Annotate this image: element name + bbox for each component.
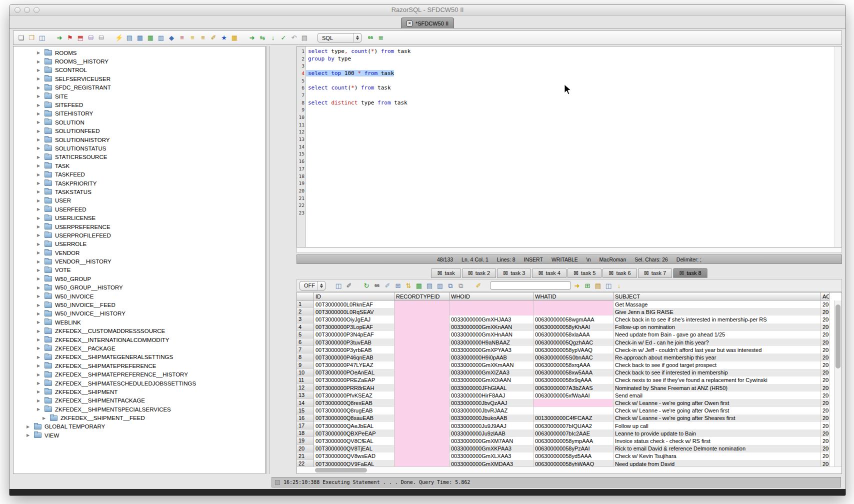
refresh-table-icon[interactable]: ▦ bbox=[146, 34, 155, 42]
tree-item[interactable]: ▶SOLUTIONFEED bbox=[14, 127, 265, 136]
result-tab-task-5[interactable]: ⊠task 5 bbox=[568, 268, 602, 278]
editor-line[interactable]: 5 bbox=[297, 77, 842, 84]
table-cell-id[interactable]: 00T3000000POeAnEAL bbox=[314, 369, 394, 376]
disclosure-triangle-icon[interactable]: ▶ bbox=[37, 372, 42, 377]
table-cell-id[interactable]: 00T3000000PREZaEAP bbox=[314, 376, 394, 384]
table-cell-id[interactable]: 00T3000000QV8TjEAL bbox=[314, 445, 394, 452]
close-tab-icon[interactable]: ⊠ bbox=[503, 270, 508, 276]
disclosure-triangle-icon[interactable]: ▶ bbox=[37, 364, 42, 368]
tree-item[interactable]: ▶ZKFEDEX__SHIPMATESCHEDULEDJOBSSETTINGS bbox=[14, 379, 265, 388]
highlight-icon[interactable]: ✐ bbox=[474, 281, 483, 290]
editor-line[interactable]: 10 bbox=[297, 114, 842, 121]
tree-item[interactable]: ▶VENDOR bbox=[14, 248, 265, 257]
disclosure-triangle-icon[interactable]: ▶ bbox=[37, 76, 42, 81]
tree-item[interactable]: ▶SITE bbox=[14, 92, 265, 100]
table-cell-whoid[interactable]: 0033000000GmXPYAA3 bbox=[450, 346, 534, 354]
table-cell-ac[interactable]: 200 bbox=[821, 384, 830, 392]
table-cell-recordtypeid[interactable] bbox=[394, 430, 450, 437]
table-cell-recordtypeid[interactable] bbox=[394, 392, 450, 399]
save-grid-icon[interactable]: ◫ bbox=[604, 281, 613, 290]
row-number-cell[interactable]: 19 bbox=[297, 437, 314, 444]
table-cell-id[interactable]: 00T3000000PRR8rEAH bbox=[314, 384, 394, 392]
table-cell-subject[interactable]: Need update from Bain - gave go ahead 1/… bbox=[614, 331, 821, 338]
view-results-icon[interactable]: 66 bbox=[372, 281, 382, 290]
goto-results-icon[interactable]: 66 bbox=[366, 34, 375, 42]
tree-item[interactable]: ▶ZKFEDEX__SHIPMATEPREFERENCE__HISTORY bbox=[14, 370, 265, 378]
editor-line[interactable]: 18 bbox=[297, 172, 842, 180]
result-tab-task-2[interactable]: ⊠task 2 bbox=[462, 268, 496, 278]
splitter-handle[interactable] bbox=[266, 46, 270, 474]
table-cell-recordtypeid[interactable] bbox=[394, 437, 450, 444]
table-cell-whoid[interactable]: 0033000000JbvQzAAJ bbox=[450, 399, 534, 406]
disclosure-triangle-icon[interactable]: ▶ bbox=[37, 338, 42, 342]
disclosure-triangle-icon[interactable]: ▶ bbox=[37, 398, 42, 403]
disclosure-triangle-icon[interactable]: ▶ bbox=[37, 346, 42, 350]
sort-desc-icon[interactable]: ≡ bbox=[198, 34, 208, 42]
table-cell-recordtypeid[interactable] bbox=[394, 422, 450, 430]
insert-row-icon[interactable]: ⊞ bbox=[394, 281, 402, 290]
table-cell-recordtypeid[interactable] bbox=[394, 324, 450, 331]
search-go-icon[interactable]: ➜ bbox=[572, 281, 582, 290]
table-cell-whoid[interactable]: 0033000000Ju9zlAAB bbox=[450, 430, 534, 437]
close-tab-icon[interactable]: ⊠ bbox=[468, 270, 473, 276]
table-cell-whatid[interactable]: 006300000058xw5AAA bbox=[534, 369, 614, 376]
editor-line[interactable]: 23 bbox=[297, 209, 842, 216]
table-cell-subject[interactable]: Send email bbox=[614, 392, 821, 399]
table-cell-subject[interactable]: Need update from David bbox=[614, 460, 821, 466]
table-cell-ac[interactable]: 200 bbox=[821, 324, 830, 331]
tree-item[interactable]: ▶ZKFEDEX__PACKAGE bbox=[14, 344, 265, 352]
editor-line[interactable]: 8select distinct type from task bbox=[297, 99, 842, 106]
sort-asc-icon[interactable]: ≡ bbox=[188, 34, 197, 42]
row-number-cell[interactable]: 18 bbox=[297, 430, 314, 437]
tree-item[interactable]: ▶SITEHISTORY bbox=[14, 110, 265, 118]
editor-line[interactable]: 22 bbox=[297, 202, 842, 209]
disclosure-triangle-icon[interactable]: ▶ bbox=[42, 416, 48, 420]
disclosure-triangle-icon[interactable]: ▶ bbox=[37, 312, 42, 316]
editor-line[interactable]: 1select type, count(*) from task bbox=[297, 48, 842, 55]
table-cell-subject[interactable]: Follow up call bbox=[614, 422, 821, 430]
save-icon[interactable]: ◫ bbox=[38, 34, 46, 42]
table-cell-subject[interactable]: Check-in w/ Jeff - couldn't afford last … bbox=[614, 346, 821, 354]
copy-table-icon[interactable]: ⧉ bbox=[456, 281, 466, 290]
table-cell-subject[interactable]: Check back to see if interested in membe… bbox=[614, 369, 821, 376]
row-number-cell[interactable]: 11 bbox=[297, 376, 314, 384]
table-cell-whatid[interactable]: 006300000058xrqAAA bbox=[534, 362, 614, 369]
table-cell-whatid[interactable]: 006300000058yd5AAA bbox=[534, 452, 614, 460]
table-cell-subject[interactable]: Rick to email David & reference Delmonte… bbox=[614, 445, 821, 452]
table-cell-subject[interactable]: Follow-up on nomination bbox=[614, 324, 821, 331]
disclosure-triangle-icon[interactable]: ▶ bbox=[37, 190, 42, 194]
tree-item[interactable]: ▶W50_INVOICE__FEED bbox=[14, 300, 265, 309]
table-cell-whoid[interactable]: 0033000000GmXKnAAN bbox=[450, 324, 534, 331]
sql-editor[interactable]: 1select type, count(*) from task2group b… bbox=[296, 46, 842, 248]
results-hscrollbar[interactable] bbox=[297, 466, 842, 474]
table-cell-ac[interactable]: 200 bbox=[821, 445, 830, 452]
table-cell-id[interactable]: 00T3000000P3LopEAF bbox=[314, 324, 394, 331]
close-tab-icon[interactable]: ⊠ bbox=[679, 270, 684, 276]
disclosure-triangle-icon[interactable]: ▶ bbox=[37, 250, 42, 255]
messages-icon[interactable]: ≣ bbox=[376, 34, 386, 42]
disclosure-triangle-icon[interactable]: ▶ bbox=[37, 242, 42, 246]
execute-fetch-icon[interactable]: ↓ bbox=[268, 34, 278, 42]
disclosure-triangle-icon[interactable]: ▶ bbox=[37, 286, 42, 290]
table-cell-whatid[interactable]: 00630000007bIQUAA2 bbox=[534, 422, 614, 430]
editor-line[interactable]: 16 bbox=[297, 158, 842, 165]
tree-item[interactable]: ▶USERPROFILEFEED bbox=[14, 231, 265, 240]
edit-results-icon[interactable]: ✐ bbox=[383, 281, 392, 290]
table-cell-subject[interactable]: Check-in w/ Ed - can he join this year? bbox=[614, 338, 821, 346]
row-number-cell[interactable]: 12 bbox=[297, 384, 314, 392]
tree-item[interactable]: ▶USERFEED bbox=[14, 205, 265, 214]
editor-line[interactable]: 3 bbox=[297, 62, 842, 70]
row-number-cell[interactable]: 6 bbox=[297, 338, 314, 346]
save-results-icon[interactable]: ◫ bbox=[334, 281, 343, 290]
tree-item[interactable]: ▶USERPREFERENCE bbox=[14, 222, 265, 231]
form-view-icon[interactable]: ▤ bbox=[425, 281, 434, 290]
row-number-cell[interactable]: 16 bbox=[297, 414, 314, 422]
table-cell-recordtypeid[interactable] bbox=[394, 354, 450, 361]
table-cell-whatid[interactable]: 006300000058yPzAAI bbox=[534, 445, 614, 452]
table-cell-ac[interactable]: 200 bbox=[821, 437, 830, 444]
disclosure-triangle-icon[interactable]: ▶ bbox=[37, 103, 42, 108]
table-cell-whatid[interactable]: 006300000058ypVAAQ bbox=[534, 346, 614, 354]
disconnect-icon[interactable]: ⚑ bbox=[66, 34, 74, 42]
table-cell-whatid[interactable] bbox=[534, 399, 614, 406]
disclosure-triangle-icon[interactable]: ▶ bbox=[37, 294, 42, 298]
